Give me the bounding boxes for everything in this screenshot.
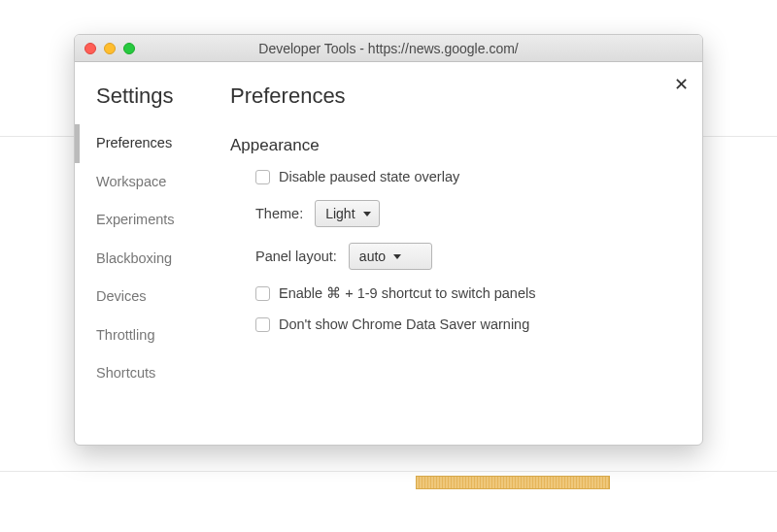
window-title: Developer Tools - https://news.google.co… [84, 41, 693, 56]
accent-bar [416, 476, 610, 489]
sidebar-item-blackboxing[interactable]: Blackboxing [75, 240, 211, 279]
sidebar-item-throttling[interactable]: Throttling [75, 316, 211, 355]
sidebar-item-shortcuts[interactable]: Shortcuts [75, 354, 211, 393]
disable-overlay-checkbox[interactable] [255, 170, 270, 184]
datasaver-label: Don't show Chrome Data Saver warning [279, 316, 529, 332]
window-maximize-button[interactable] [123, 43, 135, 54]
settings-sidebar: Settings Preferences Workspace Experimen… [75, 62, 211, 445]
window-close-button[interactable] [84, 43, 96, 54]
traffic-lights [84, 43, 135, 54]
preferences-panel: ✕ Preferences Appearance Disable paused … [211, 62, 702, 445]
datasaver-checkbox[interactable] [255, 317, 270, 332]
devtools-window: Developer Tools - https://news.google.co… [74, 34, 703, 446]
panel-shortcut-label: Enable ⌘ + 1-9 shortcut to switch panels [279, 285, 535, 301]
theme-label: Theme: [255, 206, 303, 221]
window-titlebar: Developer Tools - https://news.google.co… [75, 35, 702, 62]
disable-overlay-row[interactable]: Disable paused state overlay [255, 169, 683, 184]
appearance-section-title: Appearance [230, 136, 683, 155]
panel-layout-row: Panel layout: auto [255, 243, 683, 270]
disable-overlay-label: Disable paused state overlay [279, 169, 459, 184]
datasaver-row[interactable]: Don't show Chrome Data Saver warning [255, 316, 683, 332]
page-title: Preferences [230, 83, 683, 109]
theme-value: Light [325, 206, 355, 221]
sidebar-item-devices[interactable]: Devices [75, 278, 211, 316]
sidebar-item-experiments[interactable]: Experiments [75, 201, 211, 240]
content-area: Settings Preferences Workspace Experimen… [75, 62, 702, 445]
theme-dropdown[interactable]: Light [315, 200, 379, 227]
panel-shortcut-row[interactable]: Enable ⌘ + 1-9 shortcut to switch panels [255, 285, 683, 301]
sidebar-item-workspace[interactable]: Workspace [75, 163, 211, 202]
sidebar-heading: Settings [75, 83, 211, 124]
caret-down-icon [363, 212, 371, 216]
window-minimize-button[interactable] [104, 43, 116, 54]
theme-row: Theme: Light [255, 200, 683, 227]
panel-layout-value: auto [359, 249, 386, 264]
close-icon[interactable]: ✕ [674, 74, 689, 95]
sidebar-item-preferences[interactable]: Preferences [75, 124, 211, 163]
panel-layout-dropdown[interactable]: auto [349, 243, 432, 270]
panel-layout-label: Panel layout: [255, 249, 337, 264]
panel-shortcut-checkbox[interactable] [255, 286, 270, 301]
caret-down-icon [393, 254, 401, 259]
